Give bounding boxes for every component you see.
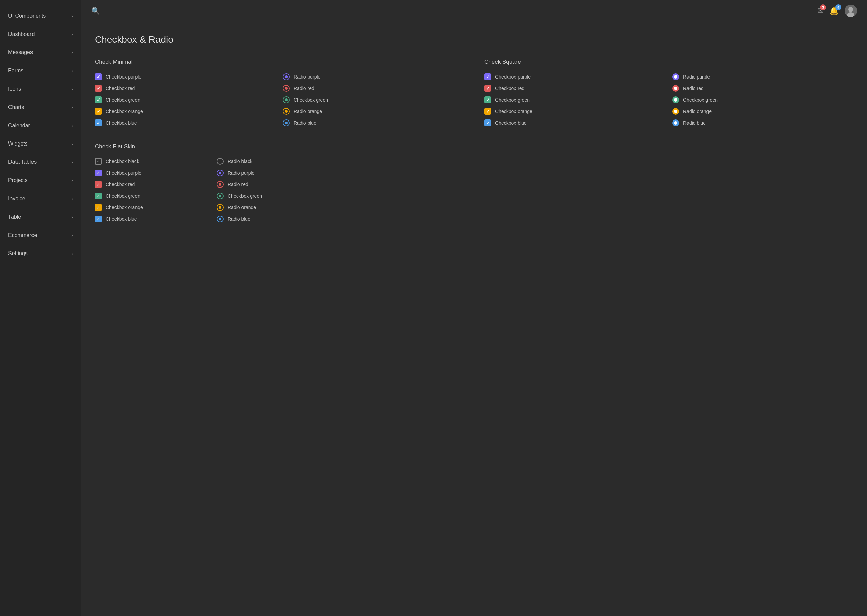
sidebar-item-calendar[interactable]: Calendar › bbox=[0, 116, 81, 135]
sidebar-item-forms[interactable]: Forms › bbox=[0, 61, 81, 80]
check-flat-grid: ✓ Checkbox black Radio black ✓ Checkbox … bbox=[95, 158, 332, 222]
list-item[interactable]: Radio blue bbox=[283, 119, 464, 126]
header: 🔍 ✉ 3 🔔 4 bbox=[81, 0, 867, 22]
checkbox-blue-minimal[interactable]: ✓ bbox=[95, 119, 102, 126]
list-item[interactable]: Radio blue bbox=[672, 119, 853, 126]
radio-blue-flat[interactable] bbox=[217, 215, 223, 222]
list-item[interactable]: Radio black bbox=[217, 158, 332, 165]
check-flat-title: Check Flat Skin bbox=[95, 143, 332, 150]
sidebar-label-data-tables: Data Tables bbox=[8, 159, 36, 165]
sidebar-item-projects[interactable]: Projects › bbox=[0, 171, 81, 190]
list-item[interactable]: Checkbox green bbox=[217, 193, 332, 200]
sidebar-item-ui-components[interactable]: UI Components › bbox=[0, 7, 81, 25]
radio-red-square[interactable] bbox=[672, 85, 679, 92]
sidebar-label-ecommerce: Ecommerce bbox=[8, 232, 37, 238]
checkbox-green-minimal[interactable]: ✓ bbox=[95, 96, 102, 103]
avatar[interactable] bbox=[845, 5, 857, 17]
radio-purple-minimal[interactable] bbox=[283, 74, 290, 80]
list-item[interactable]: ✓ Checkbox green bbox=[95, 193, 210, 200]
list-item[interactable]: ✓ Checkbox red bbox=[95, 85, 276, 92]
sidebar-label-messages: Messages bbox=[8, 49, 33, 55]
sidebar-item-settings[interactable]: Settings › bbox=[0, 244, 81, 262]
list-item[interactable]: Radio red bbox=[217, 181, 332, 188]
checkbox-purple-flat[interactable]: ✓ bbox=[95, 170, 102, 176]
checkbox-orange-square[interactable]: ✓ bbox=[484, 108, 491, 115]
sidebar-item-icons[interactable]: Icons › bbox=[0, 80, 81, 98]
radio-blue-minimal[interactable] bbox=[283, 119, 290, 126]
list-item[interactable]: ✓ Checkbox orange bbox=[95, 108, 276, 115]
checkbox-black-flat[interactable]: ✓ bbox=[95, 158, 102, 165]
sidebar-label-ui-components: UI Components bbox=[8, 13, 46, 19]
radio-blue-square[interactable] bbox=[672, 119, 679, 126]
list-item[interactable]: ✓ Checkbox orange bbox=[95, 204, 210, 211]
checkbox-red-flat[interactable]: ✓ bbox=[95, 181, 102, 188]
sidebar-item-invoice[interactable]: Invoice › bbox=[0, 190, 81, 208]
header-left: 🔍 bbox=[91, 7, 100, 15]
sidebar-item-messages[interactable]: Messages › bbox=[0, 43, 81, 61]
sidebar-label-icons: Icons bbox=[8, 86, 21, 92]
checkbox-orange-flat[interactable]: ✓ bbox=[95, 204, 102, 211]
list-item[interactable]: ✓ Checkbox blue bbox=[95, 119, 276, 126]
list-item[interactable]: Radio purple bbox=[217, 170, 332, 176]
check-square-grid: ✓ Checkbox purple Radio purple bbox=[484, 74, 853, 126]
list-item[interactable]: Radio orange bbox=[672, 108, 853, 115]
list-item[interactable]: Radio purple bbox=[283, 74, 464, 80]
list-item[interactable]: ✓ Checkbox green bbox=[95, 96, 276, 103]
sidebar-label-invoice: Invoice bbox=[8, 196, 25, 202]
search-icon[interactable]: 🔍 bbox=[91, 7, 100, 15]
list-item[interactable]: Radio blue bbox=[217, 215, 332, 222]
sidebar-item-data-tables[interactable]: Data Tables › bbox=[0, 153, 81, 171]
radio-black-flat[interactable] bbox=[217, 158, 223, 165]
checkbox-blue-flat[interactable]: ✓ bbox=[95, 215, 102, 222]
chevron-icon: › bbox=[71, 86, 73, 92]
radio-green-minimal[interactable] bbox=[283, 96, 290, 103]
list-item[interactable]: Checkbox green bbox=[672, 96, 853, 103]
sidebar-item-dashboard[interactable]: Dashboard › bbox=[0, 25, 81, 43]
list-item[interactable]: ✓ Checkbox purple bbox=[484, 74, 666, 80]
list-item[interactable]: ✓ Checkbox green bbox=[484, 96, 666, 103]
list-item[interactable]: Checkbox green bbox=[283, 96, 464, 103]
list-item[interactable]: ✓ Checkbox blue bbox=[95, 215, 210, 222]
radio-purple-square[interactable] bbox=[672, 74, 679, 80]
list-item[interactable]: Radio purple bbox=[672, 74, 853, 80]
list-item[interactable]: ✓ Checkbox red bbox=[484, 85, 666, 92]
list-item[interactable]: ✓ Checkbox black bbox=[95, 158, 210, 165]
list-item[interactable]: Radio orange bbox=[217, 204, 332, 211]
notification-button[interactable]: 🔔 4 bbox=[829, 6, 839, 15]
checkbox-green-flat[interactable]: ✓ bbox=[95, 193, 102, 200]
mail-button[interactable]: ✉ 3 bbox=[817, 6, 823, 15]
sidebar-item-table[interactable]: Table › bbox=[0, 208, 81, 226]
list-item[interactable]: ✓ Checkbox orange bbox=[484, 108, 666, 115]
radio-orange-flat[interactable] bbox=[217, 204, 223, 211]
radio-red-minimal[interactable] bbox=[283, 85, 290, 92]
radio-orange-minimal[interactable] bbox=[283, 108, 290, 115]
sidebar-item-charts[interactable]: Charts › bbox=[0, 98, 81, 116]
chevron-icon: › bbox=[71, 68, 73, 74]
list-item[interactable]: ✓ Checkbox red bbox=[95, 181, 210, 188]
chevron-icon: › bbox=[71, 105, 73, 110]
checkbox-orange-minimal[interactable]: ✓ bbox=[95, 108, 102, 115]
checkbox-red-square[interactable]: ✓ bbox=[484, 85, 491, 92]
list-item[interactable]: Radio red bbox=[672, 85, 853, 92]
sidebar-item-ecommerce[interactable]: Ecommerce › bbox=[0, 226, 81, 244]
list-item[interactable]: ✓ Checkbox purple bbox=[95, 74, 276, 80]
content-area: Checkbox & Radio Check Minimal ✓ Checkbo… bbox=[81, 22, 867, 234]
checkbox-blue-square[interactable]: ✓ bbox=[484, 119, 491, 126]
checkbox-purple-minimal[interactable]: ✓ bbox=[95, 74, 102, 80]
radio-red-flat[interactable] bbox=[217, 181, 223, 188]
list-item[interactable]: Radio red bbox=[283, 85, 464, 92]
list-item[interactable]: ✓ Checkbox blue bbox=[484, 119, 666, 126]
radio-green-square[interactable] bbox=[672, 96, 679, 103]
checkbox-red-minimal[interactable]: ✓ bbox=[95, 85, 102, 92]
checkbox-green-square[interactable]: ✓ bbox=[484, 96, 491, 103]
radio-purple-flat[interactable] bbox=[217, 170, 223, 176]
radio-green-flat[interactable] bbox=[217, 193, 223, 200]
list-item[interactable]: Radio orange bbox=[283, 108, 464, 115]
sidebar-label-charts: Charts bbox=[8, 104, 24, 110]
chevron-icon: › bbox=[71, 31, 73, 37]
list-item[interactable]: ✓ Checkbox purple bbox=[95, 170, 210, 176]
radio-orange-square[interactable] bbox=[672, 108, 679, 115]
sidebar-item-widgets[interactable]: Widgets › bbox=[0, 135, 81, 153]
checkbox-purple-square[interactable]: ✓ bbox=[484, 74, 491, 80]
chevron-icon: › bbox=[71, 178, 73, 183]
